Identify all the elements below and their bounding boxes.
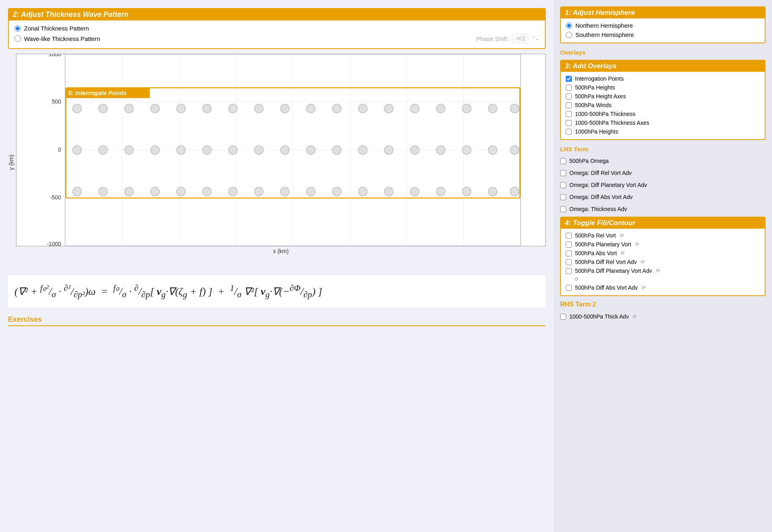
svg-point-70 [150,187,159,196]
svg-point-63 [436,146,445,154]
overlay-500hpa-height-axes-checkbox[interactable] [566,93,572,99]
svg-point-80 [410,187,419,196]
svg-point-41 [332,104,341,113]
left-panel: 2: Adjust Thickness Wave Pattern Zonal T… [0,0,554,532]
svg-point-61 [384,146,393,154]
exercises-section: Exercises [8,315,546,326]
overlay-500hpa-height-axes-row: 500hPa Height Axes [566,92,760,101]
svg-point-48 [510,104,519,113]
svg-point-81 [436,187,445,196]
svg-point-57 [280,146,289,154]
lhs-omega-diff-rel-vort-adv-checkbox[interactable] [560,170,566,176]
overlay-1000-500hpa-thickness-axes-checkbox[interactable] [566,120,572,126]
lhs-omega-diff-abs-vort-adv-row: Omega: Diff Abs Vort Adv [560,193,766,201]
toggle-500hpa-planetary-vort-icon[interactable]: ⟳ [635,242,639,247]
svg-point-36 [203,104,211,113]
northern-hemisphere-radio[interactable] [566,22,572,29]
lhs-500hpa-omega-checkbox[interactable] [560,158,566,164]
toggle-500hpa-diff-rel-vort-adv-row: 500hPa Diff Rel Vort Adv ⟳ [566,258,760,266]
toggle-500hpa-planetary-vort-checkbox[interactable] [566,242,572,248]
svg-point-47 [488,104,497,113]
section-1-title: 1: Adjust Hemisphere [561,7,765,18]
svg-point-69 [125,187,134,196]
southern-hemisphere-radio[interactable] [566,32,572,38]
phase-shift-value[interactable]: -π/2 [512,34,528,43]
svg-point-50 [99,146,108,154]
svg-point-52 [150,146,159,154]
svg-point-83 [488,187,497,196]
svg-point-60 [358,146,367,154]
overlay-500hpa-winds-label: 500hPa Winds [575,102,612,108]
overlay-500hpa-heights-label: 500hPa Heights [575,84,615,91]
lhs-omega-thickness-adv-checkbox[interactable] [560,206,566,212]
overlay-1000-500hpa-thickness-checkbox[interactable] [566,111,572,117]
overlay-1000-500hpa-thickness-label: 1000-500hPa Thickness [575,111,636,117]
toggle-500hpa-rel-vort-checkbox[interactable] [566,233,572,239]
overlay-1000hpa-heights-checkbox[interactable] [566,129,572,135]
svg-point-32 [99,104,108,113]
wave-thickness-radio[interactable] [14,35,21,42]
svg-text:0: 0 [58,146,61,153]
svg-point-73 [229,187,238,196]
toggle-500hpa-diff-planetary-vort-adv-label: 500hPa Diff Planetary Vort Adv [575,268,652,274]
lhs-omega-diff-planetary-vort-adv-checkbox[interactable] [560,182,566,188]
toggle-500hpa-rel-vort-row: 500hPa Rel Vort ⟳ [566,231,760,240]
svg-point-59 [332,146,341,154]
overlay-500hpa-heights-checkbox[interactable] [566,85,572,91]
svg-point-65 [488,146,497,154]
section-2-box: 2: Adjust Thickness Wave Pattern Zonal T… [8,8,546,49]
toggle-500hpa-diff-planetary-vort-adv-checkbox[interactable] [566,268,572,274]
svg-point-84 [510,187,519,196]
overlay-500hpa-heights-row: 500hPa Heights [566,83,760,92]
toggle-500hpa-diff-planetary-vort-adv-icon[interactable]: ⟳ [656,268,660,274]
lhs-omega-diff-abs-vort-adv-label: Omega: Diff Abs Vort Adv [569,194,633,200]
toggle-500hpa-abs-vort-checkbox[interactable] [566,250,572,256]
toggle-500hpa-planetary-vort-label: 500hPa Planetary Vort [575,241,631,248]
svg-point-46 [462,104,471,113]
toggle-500hpa-diff-rel-vort-adv-icon[interactable]: ⟳ [641,259,645,265]
svg-point-45 [436,104,445,113]
y-axis-label: y (km) [8,154,14,170]
lhs-omega-diff-rel-vort-adv-row: Omega: Diff Rel Vort Adv [560,169,766,177]
rhs-term-2-label: RHS Term 2 [560,301,766,308]
toggle-extra-icon[interactable]: ⟳ [575,276,579,282]
overlay-1000hpa-heights-row: 1000hPa Heights [566,127,760,136]
svg-text:500: 500 [52,98,61,105]
svg-point-72 [203,187,211,196]
section-3-box: 3: Add Overlays Interrogation Points 500… [560,60,766,140]
svg-point-58 [307,146,315,154]
rhs-1000-500hpa-thick-adv-row: 1000-500hPa Thick Adv ⟳ [560,312,766,321]
phase-shift-label: Phase Shift: [476,35,509,42]
svg-point-71 [177,187,185,196]
svg-point-77 [332,187,341,196]
overlay-500hpa-winds-checkbox[interactable] [566,102,572,108]
zonal-thickness-radio[interactable] [14,25,21,32]
rhs-1000-500hpa-thick-adv-checkbox[interactable] [560,314,566,320]
toggle-500hpa-abs-vort-row: 500hPa Abs Vort ⟳ [566,249,760,258]
wave-thickness-label: Wave-like Thickness Pattern [24,35,100,42]
toggle-500hpa-diff-rel-vort-adv-label: 500hPa Diff Rel Vort Adv [575,259,637,265]
lhs-omega-diff-abs-vort-adv-checkbox[interactable] [560,194,566,200]
lhs-500hpa-omega-row: 500hPa Omega [560,156,766,165]
svg-point-42 [358,104,367,113]
section-4-box: 4: Toggle Fill/Contour 500hPa Rel Vort ⟳… [560,217,766,296]
toggle-500hpa-abs-vort-label: 500hPa Abs Vort [575,250,617,256]
svg-point-74 [254,187,263,196]
toggle-500hpa-diff-abs-vort-adv-icon[interactable]: ⟳ [642,285,646,290]
lhs-omega-diff-rel-vort-adv-label: Omega: Diff Rel Vort Adv [569,170,632,176]
svg-text:-500: -500 [50,194,61,201]
phase-shift-stepper-icon[interactable]: ⌃⌄ [531,36,539,41]
toggle-500hpa-diff-abs-vort-adv-checkbox[interactable] [566,285,572,291]
toggle-500hpa-abs-vort-icon[interactable]: ⟳ [621,250,625,256]
rhs-1000-500hpa-thick-adv-icon[interactable]: ⟳ [633,314,637,319]
svg-point-49 [73,146,81,154]
toggle-500hpa-rel-vort-icon[interactable]: ⟳ [620,233,624,238]
svg-point-75 [280,187,289,196]
overlay-interrogation-checkbox[interactable] [566,76,572,82]
zonal-thickness-row: Zonal Thickness Pattern [14,24,539,33]
svg-point-34 [150,104,159,113]
chart-plot[interactable]: 1000 500 0 -500 -1000 -4000 -3000 -2000 … [16,54,546,246]
svg-point-62 [410,146,419,154]
toggle-500hpa-diff-rel-vort-adv-checkbox[interactable] [566,259,572,265]
chart-svg: 1000 500 0 -500 -1000 -4000 -3000 -2000 … [16,54,545,246]
